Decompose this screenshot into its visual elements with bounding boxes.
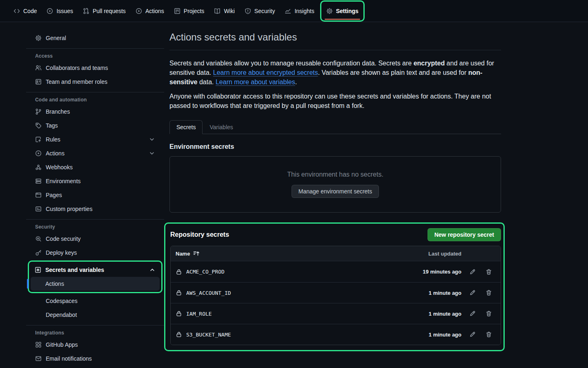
edit-secret-button[interactable]: [467, 308, 478, 319]
link-variables[interactable]: Learn more about variables: [216, 79, 295, 85]
sidebar-section-integrations: Integrations: [31, 329, 159, 337]
nav-tab-label: Settings: [336, 8, 359, 14]
sidebar-item-general[interactable]: General: [31, 31, 159, 45]
webhook-icon: [35, 164, 42, 171]
new-repository-secret-button[interactable]: New repository secret: [428, 228, 501, 241]
tab-secrets[interactable]: Secrets: [169, 120, 203, 134]
mail-icon: [35, 355, 42, 362]
secret-name: S3_BUCKET_NAME: [186, 332, 231, 338]
nav-tab-actions[interactable]: Actions: [131, 2, 169, 20]
repository-secrets-header: Repository secrets New repository secret: [170, 228, 501, 242]
delete-secret-button[interactable]: [483, 267, 494, 277]
collaborator-access-paragraph: Anyone with collaborator access to this …: [169, 92, 501, 110]
manage-environment-secrets-button[interactable]: Manage environment secrets: [292, 185, 379, 198]
intro-text: data.: [197, 79, 215, 85]
gear-icon: [326, 8, 333, 14]
selected-indicator: [27, 279, 29, 289]
secret-last-updated: 1 minute ago: [429, 332, 461, 338]
delete-secret-button[interactable]: [483, 287, 494, 298]
nav-tab-projects[interactable]: Projects: [169, 2, 209, 20]
intro-text: . Variables are shown as plain text and …: [318, 69, 468, 76]
annotation-box-repository-secrets: Repository secrets New repository secret…: [164, 222, 505, 351]
sidebar-item-webhooks[interactable]: Webhooks: [31, 160, 159, 174]
nav-tab-issues[interactable]: Issues: [42, 2, 78, 20]
pencil-icon: [469, 289, 476, 296]
sidebar-item-secrets-and-variables[interactable]: Secrets and variables: [31, 263, 160, 277]
nav-tab-pull-requests[interactable]: Pull requests: [78, 2, 131, 20]
pencil-icon: [469, 331, 476, 338]
tab-variables[interactable]: Variables: [203, 120, 240, 134]
edit-secret-button[interactable]: [467, 329, 478, 340]
chevron-down-icon: [149, 150, 155, 157]
tag-icon: [35, 122, 42, 129]
nav-tab-security[interactable]: Security: [240, 2, 280, 20]
nav-tab-label: Wiki: [224, 8, 234, 14]
code-scan-icon: [35, 236, 42, 242]
sidebar-item-code-security[interactable]: Code security: [31, 232, 159, 246]
main-content: Actions secrets and variables Secrets an…: [169, 31, 501, 351]
shield-icon: [245, 8, 251, 14]
delete-secret-button[interactable]: [483, 329, 494, 340]
sidebar-item-custom-properties[interactable]: Custom properties: [31, 202, 159, 216]
asterisk-box-icon: [35, 267, 41, 273]
edit-secret-button[interactable]: [467, 267, 478, 277]
nav-tab-label: Insights: [294, 8, 314, 14]
nav-tab-label: Actions: [145, 8, 164, 14]
pencil-icon: [469, 310, 476, 317]
link-encrypted-secrets[interactable]: Learn more about encrypted secrets: [213, 69, 318, 76]
sort-ascending-icon[interactable]: [193, 250, 200, 257]
play-icon: [136, 8, 142, 14]
sidebar-item-tags[interactable]: Tags: [31, 119, 159, 132]
nav-tab-label: Security: [254, 8, 275, 14]
intro-text: .: [295, 79, 297, 85]
server-icon: [35, 178, 42, 184]
sidebar-item-deploy-keys[interactable]: Deploy keys: [31, 246, 159, 260]
rules-icon: [35, 136, 42, 143]
nav-tab-insights[interactable]: Insights: [280, 2, 319, 20]
sidebar-item-actions[interactable]: Actions: [31, 146, 159, 160]
delete-secret-button[interactable]: [483, 308, 494, 319]
nav-tab-label: Projects: [184, 8, 205, 14]
sidebar-item-github-apps[interactable]: GitHub Apps: [31, 338, 159, 352]
sidebar-item-environments[interactable]: Environments: [31, 174, 159, 188]
sidebar-subitem-codespaces[interactable]: Codespaces: [31, 294, 159, 308]
divider: [26, 325, 164, 325]
secret-name: ACME_CO_PROD: [186, 269, 225, 275]
sidebar-item-collaborators[interactable]: Collaborators and teams: [31, 61, 159, 75]
sidebar-item-email-notifications[interactable]: Email notifications: [31, 352, 159, 366]
secret-last-updated: 19 minutes ago: [423, 269, 461, 275]
project-icon: [174, 8, 180, 14]
trash-icon: [486, 289, 492, 296]
sidebar-item-rules[interactable]: Rules: [31, 132, 159, 146]
secrets-variables-tablist: Secrets Variables: [169, 120, 501, 134]
book-icon: [214, 8, 220, 14]
pencil-icon: [469, 269, 476, 275]
git-branch-icon: [35, 108, 42, 115]
sidebar-subitem-dependabot[interactable]: Dependabot: [31, 308, 159, 322]
repository-secrets-table: Name Last updated ACME_CO_PROD 19 minute…: [170, 246, 501, 345]
sidebar-item-team-member-roles[interactable]: Team and member roles: [31, 75, 159, 89]
edit-secret-button[interactable]: [467, 287, 478, 298]
lock-icon: [176, 289, 182, 296]
grid-icon: [35, 341, 42, 348]
nav-tab-label: Issues: [56, 8, 73, 14]
nav-tab-settings[interactable]: Settings: [321, 2, 363, 20]
repo-tab-bar: Code Issues Pull requests Actions Projec…: [0, 0, 588, 22]
lock-icon: [176, 331, 182, 338]
sidebar-subitem-actions[interactable]: Actions: [31, 277, 160, 291]
repository-secrets-heading: Repository secrets: [170, 231, 229, 238]
trash-icon: [486, 331, 492, 338]
lock-icon: [176, 310, 182, 317]
column-last-updated: Last updated: [428, 251, 461, 257]
code-icon: [13, 8, 20, 14]
table-row: IAM_ROLE 1 minute ago: [171, 303, 501, 324]
pull-request-icon: [83, 8, 89, 14]
nav-tab-wiki[interactable]: Wiki: [209, 2, 239, 20]
sidebar-item-branches[interactable]: Branches: [31, 105, 159, 119]
settings-sidebar: General Access Collaborators and teams T…: [31, 31, 159, 366]
gear-icon: [35, 35, 42, 41]
sidebar-item-pages[interactable]: Pages: [31, 188, 159, 202]
nav-tab-code[interactable]: Code: [9, 2, 42, 20]
trash-icon: [486, 269, 492, 275]
intro-bold-encrypted: encrypted: [414, 60, 445, 67]
